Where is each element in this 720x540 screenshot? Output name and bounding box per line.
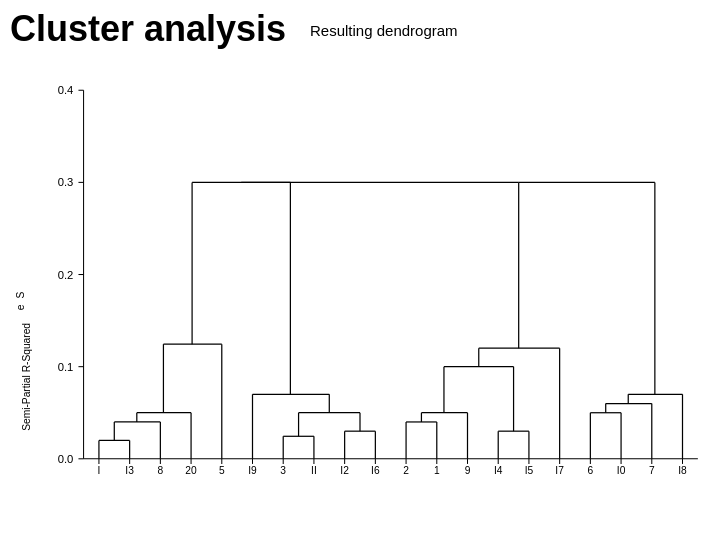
x-label-I5: I5 — [525, 465, 534, 476]
x-label-I3: I3 — [125, 465, 134, 476]
y-tick-01: 0.1 — [58, 361, 74, 373]
x-label-I4: I4 — [494, 465, 503, 476]
x-label-6: 6 — [588, 465, 594, 476]
x-label-I6: I6 — [371, 465, 380, 476]
y-axis-label: S — [15, 291, 26, 298]
y-tick-00: 0.0 — [58, 453, 74, 465]
y-axis-label-full: Semi-Partial R-Squared — [21, 323, 32, 431]
dendrogram-label: Resulting dendrogram — [310, 22, 458, 39]
y-tick-02: 0.2 — [58, 269, 74, 281]
x-label-3: 3 — [280, 465, 286, 476]
x-label-I9: I9 — [248, 465, 257, 476]
svg-text:e: e — [15, 304, 26, 310]
x-label-20: 20 — [185, 465, 197, 476]
x-label-I2: I2 — [340, 465, 349, 476]
x-label-II: II — [311, 465, 317, 476]
x-label-5: 5 — [219, 465, 225, 476]
x-label-7: 7 — [649, 465, 655, 476]
x-label-8: 8 — [158, 465, 164, 476]
x-label-9: 9 — [465, 465, 471, 476]
x-label-2: 2 — [403, 465, 409, 476]
page-title: Cluster analysis — [10, 8, 286, 50]
x-label-1: 1 — [434, 465, 440, 476]
y-tick-04: 0.4 — [58, 84, 74, 96]
y-tick-03: 0.3 — [58, 176, 74, 188]
x-label-I: I — [98, 465, 101, 476]
x-label-I8: I8 — [678, 465, 687, 476]
x-label-I7: I7 — [555, 465, 564, 476]
chart-container: S e Semi-Partial R-Squared 0.4 0.3 0.2 0… — [10, 80, 710, 510]
x-label-I0: I0 — [617, 465, 626, 476]
